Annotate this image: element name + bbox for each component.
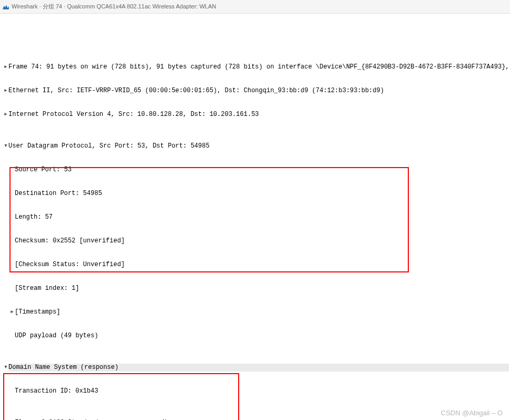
chevron-down-icon[interactable]: ▼: [3, 364, 8, 372]
tree-item-dns[interactable]: ▼Domain Name System (response): [3, 364, 510, 372]
udp-checksum[interactable]: ·Checksum: 0x2552 [unverified]: [3, 237, 510, 245]
window-title: Wireshark · 分组 74 · Qualcomm QCA61x4A 80…: [12, 3, 216, 11]
dns-txid[interactable]: ·Transaction ID: 0x1b43: [3, 387, 510, 395]
chevron-right-icon[interactable]: ▶: [9, 308, 15, 316]
tree-item-udp[interactable]: ▼User Datagram Protocol, Src Port: 53, D…: [3, 142, 510, 150]
udp-length[interactable]: ·Length: 57: [3, 213, 510, 221]
udp-checksum-status[interactable]: ·[Checksum Status: Unverified]: [3, 261, 510, 269]
udp-payload[interactable]: ·UDP payload (49 bytes): [3, 332, 510, 340]
udp-src-port[interactable]: ·Source Port: 53: [3, 166, 510, 174]
udp-dst-port[interactable]: ·Destination Port: 54985: [3, 190, 510, 198]
packet-details: ▶Frame 74: 91 bytes on wire (728 bits), …: [0, 14, 510, 420]
udp-stream-index[interactable]: ·[Stream index: 1]: [3, 285, 510, 292]
chevron-down-icon[interactable]: ▼: [3, 142, 8, 150]
tree-item-frame[interactable]: ▶Frame 74: 91 bytes on wire (728 bits), …: [3, 63, 510, 71]
tree-item-ethernet[interactable]: ▶Ethernet II, Src: IETF-VRRP-VRID_65 (00…: [3, 87, 510, 95]
chevron-right-icon[interactable]: ▶: [3, 111, 8, 119]
tree-item-ip[interactable]: ▶Internet Protocol Version 4, Src: 10.80…: [3, 111, 510, 119]
titlebar: Wireshark · 分组 74 · Qualcomm QCA61x4A 80…: [0, 0, 510, 14]
chevron-right-icon[interactable]: ▶: [3, 87, 8, 95]
chevron-right-icon[interactable]: ▶: [3, 63, 8, 71]
wireshark-icon: [2, 3, 9, 11]
udp-timestamps[interactable]: ▶[Timestamps]: [3, 308, 510, 316]
highlight-box-answers: [3, 373, 239, 420]
watermark: CSDN @Abigail – O: [441, 409, 503, 417]
